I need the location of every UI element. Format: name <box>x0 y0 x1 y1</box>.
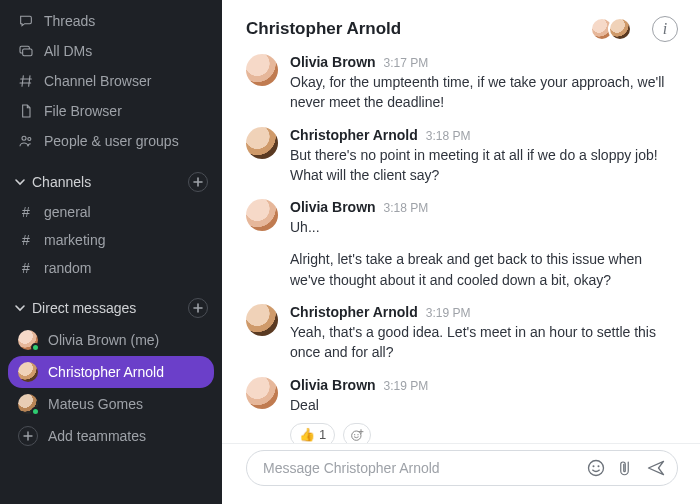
channels-header: Channels <box>0 162 222 198</box>
nav-item-channel-browser[interactable]: Channel Browser <box>0 66 222 96</box>
hash-icon: # <box>18 204 34 220</box>
presence-online-icon <box>31 343 40 352</box>
dm-item-mateus-gomes[interactable]: Mateus Gomes <box>0 388 222 420</box>
dms-list: Olivia Brown (me)Christopher ArnoldMateu… <box>0 324 222 420</box>
dm-item-christopher-arnold[interactable]: Christopher Arnold <box>8 356 214 388</box>
message-author: Christopher Arnold <box>290 304 418 320</box>
svg-point-4 <box>352 431 361 440</box>
message-text: But there's no point in meeting it at al… <box>290 145 678 186</box>
sidebar: ThreadsAll DMsChannel BrowserFile Browse… <box>0 0 222 504</box>
add-teammates-label: Add teammates <box>48 428 146 444</box>
nav-item-people-user-groups[interactable]: People & user groups <box>0 126 222 156</box>
dm-item-olivia-brown-me-[interactable]: Olivia Brown (me) <box>0 324 222 356</box>
nav-item-label: Channel Browser <box>44 73 151 89</box>
message-text: Yeah, that's a good idea. Let's meet in … <box>290 322 678 363</box>
chevron-down-icon <box>14 176 26 188</box>
dm-name: Mateus Gomes <box>48 396 143 412</box>
message-author: Olivia Brown <box>290 199 376 215</box>
emoji-icon[interactable] <box>585 457 607 479</box>
nav-item-all-dms[interactable]: All DMs <box>0 36 222 66</box>
hash-icon: # <box>18 232 34 248</box>
add-teammates-button[interactable]: Add teammates <box>0 420 222 452</box>
nav-item-label: File Browser <box>44 103 122 119</box>
avatar <box>246 54 278 86</box>
message-time: 3:19 PM <box>426 306 471 320</box>
info-button[interactable]: i <box>652 16 678 42</box>
svg-rect-1 <box>23 49 32 56</box>
nav-item-file-browser[interactable]: File Browser <box>0 96 222 126</box>
channel-item-general[interactable]: #general <box>0 198 222 226</box>
message-time: 3:19 PM <box>384 379 429 393</box>
dm-name: Olivia Brown (me) <box>48 332 159 348</box>
hash-icon: # <box>18 260 34 276</box>
page-title: Christopher Arnold <box>246 19 580 39</box>
svg-point-7 <box>589 461 604 476</box>
attachment-icon[interactable] <box>615 457 637 479</box>
svg-point-9 <box>598 465 600 467</box>
message: Olivia Brown3:19 PMDeal👍1 <box>246 377 678 443</box>
message-text: Uh... <box>290 217 678 237</box>
avatar <box>246 127 278 159</box>
channel-item-marketing[interactable]: #marketing <box>0 226 222 254</box>
message-composer[interactable] <box>246 450 678 486</box>
avatar <box>246 377 278 409</box>
dms-label: Direct messages <box>32 300 136 316</box>
threads-icon <box>18 13 34 29</box>
nav-item-label: People & user groups <box>44 133 179 149</box>
main-panel: Christopher Arnold i Olivia Brown3:17 PM… <box>222 0 700 504</box>
message-time: 3:18 PM <box>384 201 429 215</box>
nav-item-label: Threads <box>44 13 95 29</box>
channel-item-random[interactable]: #random <box>0 254 222 282</box>
message: Olivia Brown3:17 PMOkay, for the umpteen… <box>246 54 678 113</box>
reaction-chip[interactable]: 👍1 <box>290 423 335 443</box>
dm-name: Christopher Arnold <box>48 364 164 380</box>
avatar <box>18 362 38 382</box>
message-text: Okay, for the umpteenth time, if we take… <box>290 72 678 113</box>
message-author: Christopher Arnold <box>290 127 418 143</box>
message-author: Olivia Brown <box>290 377 376 393</box>
svg-point-3 <box>28 137 31 140</box>
channels-label: Channels <box>32 174 91 190</box>
message-time: 3:18 PM <box>426 129 471 143</box>
message: Christopher Arnold3:18 PMBut there's no … <box>246 127 678 186</box>
message-text: Alright, let's take a break and get back… <box>290 249 678 290</box>
avatar <box>18 330 38 350</box>
add-dm-button[interactable] <box>188 298 208 318</box>
dms-header: Direct messages <box>0 288 222 324</box>
svg-point-8 <box>593 465 595 467</box>
conversation-header: Christopher Arnold i <box>222 0 700 54</box>
reactions-bar: 👍1 <box>290 423 678 443</box>
dms-toggle[interactable]: Direct messages <box>14 300 136 316</box>
composer-area <box>222 443 700 504</box>
channel-name: random <box>44 260 91 276</box>
add-channel-button[interactable] <box>188 172 208 192</box>
participants-avatars[interactable] <box>590 17 632 41</box>
avatar <box>246 304 278 336</box>
message: Christopher Arnold3:19 PMYeah, that's a … <box>246 304 678 363</box>
presence-online-icon <box>31 407 40 416</box>
message-author: Olivia Brown <box>290 54 376 70</box>
chevron-down-icon <box>14 302 26 314</box>
dms-icon <box>18 43 34 59</box>
message-time: 3:17 PM <box>384 56 429 70</box>
avatar <box>608 17 632 41</box>
messages-list: Olivia Brown3:17 PMOkay, for the umpteen… <box>222 54 700 443</box>
channel-name: general <box>44 204 91 220</box>
svg-point-2 <box>22 136 26 140</box>
nav-item-threads[interactable]: Threads <box>0 6 222 36</box>
reaction-emoji: 👍 <box>299 427 315 442</box>
reaction-count: 1 <box>319 427 326 442</box>
message-input[interactable] <box>263 460 577 476</box>
avatar <box>246 199 278 231</box>
send-icon[interactable] <box>645 457 667 479</box>
file-browser-icon <box>18 103 34 119</box>
people-icon <box>18 133 34 149</box>
channels-list: #general#marketing#random <box>0 198 222 282</box>
nav-item-label: All DMs <box>44 43 92 59</box>
sidebar-nav: ThreadsAll DMsChannel BrowserFile Browse… <box>0 6 222 156</box>
channels-toggle[interactable]: Channels <box>14 174 91 190</box>
add-reaction-button[interactable] <box>343 423 371 443</box>
message: Olivia Brown3:18 PMUh...Alright, let's t… <box>246 199 678 290</box>
channel-name: marketing <box>44 232 105 248</box>
message-text: Deal <box>290 395 678 415</box>
